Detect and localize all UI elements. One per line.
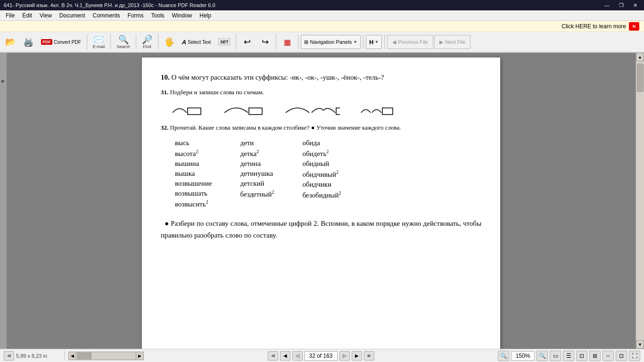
horizontal-scrollbar[interactable]: ◀ ▶: [68, 352, 144, 360]
convert-pdf-label: Convert PDF: [54, 40, 81, 45]
menu-comments[interactable]: Comments: [89, 11, 124, 20]
search-button[interactable]: 🔍 Search: [113, 33, 133, 51]
scroll-down-button[interactable]: ▼: [636, 340, 644, 349]
single-page-icon: ▭: [553, 353, 558, 359]
col2-word-3: детинушка: [240, 170, 274, 178]
find-button[interactable]: 🔎 Find: [139, 33, 156, 51]
h-button[interactable]: H ▼: [366, 35, 382, 49]
select-text-label: Select Text: [188, 40, 211, 45]
open-button[interactable]: 📂: [2, 33, 19, 51]
separator-9: [384, 34, 385, 49]
zoom-in-button[interactable]: 🔍: [537, 351, 548, 361]
bottom-bullet: ●: [165, 220, 169, 227]
print-icon: 🖨️: [23, 38, 33, 46]
scroll-up-button[interactable]: ▲: [636, 53, 644, 61]
col1-word-2: вышина: [175, 160, 212, 168]
h-label: H: [369, 39, 373, 46]
search-label: Search: [116, 44, 130, 49]
email-label: E-mail: [93, 44, 105, 49]
next-page-btn[interactable]: ▷: [339, 351, 350, 361]
window-title: 641- Русский язык. 4кл. В 2ч. Ч.1_Бунеев…: [4, 2, 602, 8]
ad-text: Click HERE to learn more: [561, 23, 626, 30]
menu-window[interactable]: Window: [168, 11, 196, 20]
undo-button[interactable]: ↩: [239, 33, 256, 51]
menu-help[interactable]: Help: [196, 11, 215, 20]
fullscreen-icon: ⛶: [632, 353, 637, 359]
fit-page-button[interactable]: ⊡: [616, 351, 627, 361]
find-label: Find: [143, 44, 151, 49]
spread-button[interactable]: ⊞: [589, 351, 601, 361]
close-button[interactable]: ✕: [630, 1, 640, 9]
col2-word-0: дети: [240, 139, 274, 147]
next-file-button[interactable]: ▶ Next File: [434, 35, 471, 49]
statusbar-center: ⊲ ◀ ◁ 32 of 163 ▷ ▶ ⊳: [148, 351, 494, 361]
print-button[interactable]: 🖨️: [20, 33, 37, 51]
pdf-page: 10. О чём могут рассказать эти суффиксы:…: [142, 58, 500, 349]
two-page-icon: ⊡: [579, 353, 584, 359]
zoom-level[interactable]: 150%: [511, 351, 535, 361]
page-left-edge-icon: ⊲: [7, 353, 11, 358]
pdf-area[interactable]: 10. О чём могут рассказать эти суффиксы:…: [7, 53, 636, 349]
single-page-button[interactable]: ▭: [550, 351, 561, 361]
hand-tool-button[interactable]: 🖐: [161, 33, 178, 51]
prev-page-button[interactable]: ◀: [280, 351, 290, 361]
select-text-icon: A: [182, 39, 186, 46]
undo-icon: ↩: [244, 38, 251, 46]
prev-page-btn2[interactable]: ◁: [292, 351, 303, 361]
prev-page-icon: ◀: [283, 353, 287, 358]
question-10: 10. О чём могут рассказать эти суффиксы:…: [161, 72, 481, 84]
menu-tools[interactable]: Tools: [148, 11, 168, 20]
menu-view[interactable]: View: [36, 11, 56, 20]
select-text-button[interactable]: A Select Text: [179, 33, 214, 51]
page-left-edge-button[interactable]: ⊲: [4, 351, 14, 361]
col1-word-6: возвысить2: [175, 199, 212, 208]
previous-file-button[interactable]: ◀ Previous File: [387, 35, 433, 49]
ex32-num: 32.: [161, 124, 168, 131]
navigation-panels-button[interactable]: ⊞ Navigation Panels ▼: [301, 35, 361, 49]
scroll-left-button[interactable]: ◀: [69, 352, 76, 360]
first-page-button[interactable]: ⊲: [268, 351, 278, 361]
h-scroll-thumb[interactable]: [77, 353, 91, 359]
status-separator-1: [64, 351, 65, 361]
continuous-page-button[interactable]: ☰: [563, 351, 574, 361]
expand-icon[interactable]: ▶: [1, 78, 5, 83]
svg-rect-1: [249, 108, 262, 115]
col3-word-0: обида: [302, 139, 341, 147]
fullscreen-button[interactable]: ⛶: [629, 351, 640, 361]
last-page-icon: ⊳: [367, 353, 371, 358]
q10-number: 10.: [161, 74, 170, 81]
prev-file-icon: ◀: [392, 39, 396, 45]
zoom-value: 150%: [516, 353, 530, 359]
navigation-panels-label: Navigation Panels: [310, 39, 352, 45]
svg-rect-0: [188, 108, 201, 115]
redaction-icon: ▦: [284, 38, 291, 47]
redo-button[interactable]: ↪: [256, 33, 273, 51]
redaction-button[interactable]: ▦: [279, 33, 296, 51]
menu-edit[interactable]: Edit: [18, 11, 36, 20]
menu-file[interactable]: File: [2, 11, 18, 20]
next-file-label: Next File: [445, 39, 465, 45]
two-page-button[interactable]: ⊡: [576, 351, 587, 361]
next-page-button[interactable]: ▶: [352, 351, 362, 361]
exercise-32-header: 32. Прочитай. Какие слова записаны в каж…: [161, 124, 481, 132]
fit-width-button[interactable]: ↔: [603, 351, 614, 361]
separator-4: [158, 34, 158, 49]
page-indicator: 32 of 163: [305, 351, 338, 361]
last-page-button[interactable]: ⊳: [364, 351, 374, 361]
set-button[interactable]: SET: [215, 33, 234, 51]
status-dimensions: 5,89 x 8,23 in: [16, 353, 47, 359]
set-badge: SET: [218, 39, 231, 45]
menu-document[interactable]: Document: [56, 11, 89, 20]
zoom-out-button[interactable]: 🔍: [498, 351, 509, 361]
maximize-button[interactable]: ❐: [616, 1, 627, 9]
ad-here-link[interactable]: HERE: [576, 23, 591, 30]
minimize-button[interactable]: —: [602, 1, 612, 9]
email-button[interactable]: ✉️ E-mail: [90, 33, 108, 51]
scroll-thumb[interactable]: [637, 64, 644, 92]
spread-icon: ⊞: [593, 353, 597, 359]
pdf-badge: PDF: [41, 39, 52, 45]
convert-pdf-button[interactable]: PDF Convert PDF: [38, 33, 84, 51]
menu-forms[interactable]: Forms: [124, 11, 148, 20]
right-scrollbar: ▲ ▼: [636, 53, 644, 349]
scroll-right-button[interactable]: ▶: [136, 352, 143, 360]
